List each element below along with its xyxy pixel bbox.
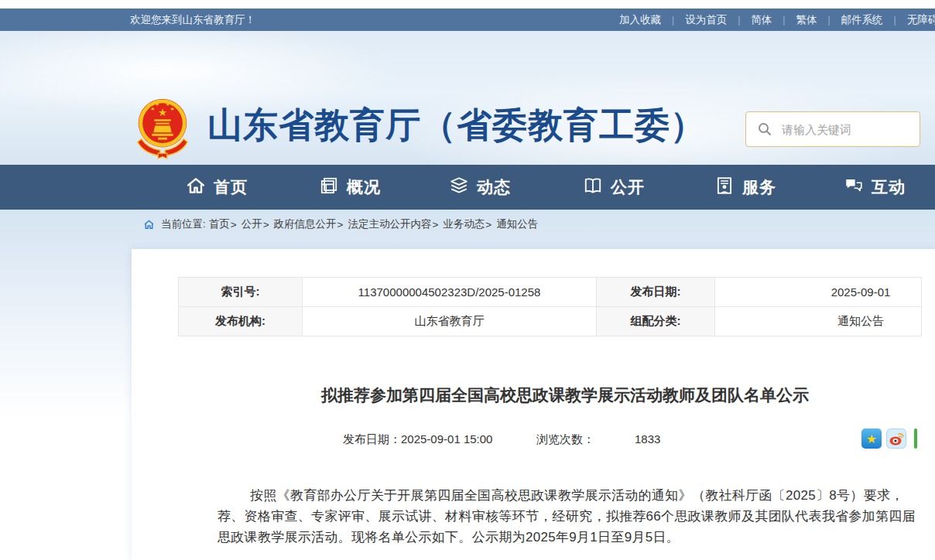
article-title: 拟推荐参加第四届全国高校思政课教学展示活动教师及团队名单公示 [178, 384, 935, 406]
info-label-category: 组配分类: [597, 307, 715, 336]
link-add-favorite[interactable]: 加入收藏 [619, 13, 661, 27]
table-row: 发布机构: 山东省教育厅 组配分类: 通知公告 [179, 307, 922, 336]
link-mail-system[interactable]: 邮件系统 [841, 13, 883, 27]
search-input[interactable] [780, 122, 920, 137]
views-count: 1833 [635, 432, 660, 446]
breadcrumb-prefix: 当前位置: [161, 217, 206, 231]
qzone-share-icon[interactable]: ★ [861, 429, 882, 449]
overview-icon [319, 176, 339, 199]
open-book-icon [583, 176, 603, 199]
svg-text:★: ★ [170, 106, 175, 111]
interaction-icon [844, 176, 864, 199]
svg-text:★: ★ [158, 107, 167, 118]
nav-label: 互动 [872, 176, 906, 198]
svg-text:★: ★ [155, 101, 159, 107]
service-icon [714, 176, 735, 199]
info-label-agency: 发布机构: [179, 307, 303, 336]
link-set-homepage[interactable]: 设为首页 [685, 13, 727, 27]
page: 欢迎您来到山东省教育厅！ 加入收藏 | 设为首页 | 简体 | 繁体 | 邮件系… [0, 0, 935, 560]
news-icon [449, 176, 469, 199]
info-value-agency: 山东省教育厅 [303, 307, 597, 336]
utility-links: 加入收藏 | 设为首页 | 简体 | 繁体 | 邮件系统 | 无障碍浏览 [619, 9, 935, 31]
share-extra-icon[interactable] [914, 429, 917, 449]
search-box [745, 111, 920, 147]
info-value-pubdate: 2025-09-01 [715, 278, 922, 307]
breadcrumb-item-business[interactable]: 业务动态 [443, 217, 485, 231]
breadcrumb: 当前位置: 首页 > 公开 > 政府信息公开 > 法定主动公开内容 > 业务动态… [143, 217, 538, 231]
nav-item-overview[interactable]: 概况 [284, 165, 416, 210]
nav-label: 服务 [742, 176, 776, 198]
breadcrumb-item-notices[interactable]: 通知公告 [496, 217, 538, 231]
info-value-category: 通知公告 [715, 307, 922, 336]
info-value-index: 11370000004502323D/2025-01258 [303, 278, 597, 307]
nav-item-services[interactable]: 服务 [680, 165, 811, 210]
article-meta: 发布日期：2025-09-01 15:00 浏览次数： 1833 ★ [0, 431, 935, 452]
breadcrumb-separator: > [337, 219, 344, 230]
nav-item-interaction[interactable]: 互动 [809, 165, 935, 210]
nav-item-home[interactable]: 首页 [151, 165, 283, 210]
body-line: 荐、资格审查、专家评审、展示试讲、材料审核等环节，经研究，拟推荐66个思政课教师… [217, 506, 916, 527]
info-label-index: 索引号: [179, 278, 303, 307]
weibo-share-icon[interactable] [886, 429, 906, 449]
home-icon [186, 176, 206, 199]
share-buttons: ★ [861, 429, 917, 449]
views-label: 浏览次数： [536, 432, 594, 447]
nav-label: 首页 [214, 176, 248, 198]
info-label-pubdate: 发布日期: [597, 278, 715, 307]
breadcrumb-home-icon [143, 219, 155, 230]
link-separator: | [738, 15, 740, 26]
link-separator: | [672, 15, 674, 26]
table-row: 索引号: 11370000004502323D/2025-01258 发布日期:… [179, 278, 922, 307]
nav-item-disclosure[interactable]: 公开 [548, 165, 680, 210]
document-info-table: 索引号: 11370000004502323D/2025-01258 发布日期:… [178, 277, 922, 336]
link-accessibility[interactable]: 无障碍浏览 [907, 13, 935, 27]
link-traditional-chinese[interactable]: 繁体 [796, 13, 817, 27]
nav-label: 公开 [611, 176, 645, 198]
breadcrumb-item-home[interactable]: 首页 [209, 217, 230, 231]
top-white-strip [0, 0, 935, 9]
link-simplified-chinese[interactable]: 简体 [751, 13, 772, 27]
nav-label: 动态 [477, 176, 511, 198]
site-title: 山东省教育厅（省委教育工委） [207, 102, 706, 149]
breadcrumb-separator: > [263, 219, 269, 230]
article-body: 按照《教育部办公厅关于开展第四届全国高校思政课教学展示活动的通知》（教社科厅函〔… [217, 485, 916, 548]
publish-date: 发布日期：2025-09-01 15:00 [343, 432, 492, 447]
top-utility-bar: 欢迎您来到山东省教育厅！ 加入收藏 | 设为首页 | 简体 | 繁体 | 邮件系… [0, 9, 935, 31]
nav-item-news[interactable]: 动态 [414, 165, 546, 210]
welcome-text: 欢迎您来到山东省教育厅！ [130, 9, 255, 31]
search-icon[interactable] [757, 121, 772, 137]
body-line: 思政课教学展示活动。现将名单公示如下。公示期为2025年9月1日至9月5日。 [217, 527, 916, 548]
body-line: 按照《教育部办公厅关于开展第四届全国高校思政课教学展示活动的通知》（教社科厅函〔… [217, 485, 916, 506]
link-separator: | [783, 15, 785, 26]
link-separator: | [827, 15, 830, 26]
breadcrumb-item-statutory[interactable]: 法定主动公开内容 [348, 217, 431, 231]
breadcrumb-separator: > [231, 219, 237, 230]
breadcrumb-separator: > [485, 219, 491, 230]
breadcrumb-item-disclosure[interactable]: 公开 [241, 217, 262, 231]
national-emblem: ★ ★ ★ ★ ★ [132, 95, 193, 165]
site-header: ★ ★ ★ ★ ★ 山东省教育厅（省委教育工委） [0, 31, 935, 165]
main-nav: 首页 概况 动态 [0, 165, 935, 210]
breadcrumb-item-gov-info[interactable]: 政府信息公开 [274, 217, 337, 231]
link-separator: | [894, 15, 896, 26]
nav-label: 概况 [347, 176, 381, 198]
breadcrumb-separator: > [432, 219, 438, 230]
